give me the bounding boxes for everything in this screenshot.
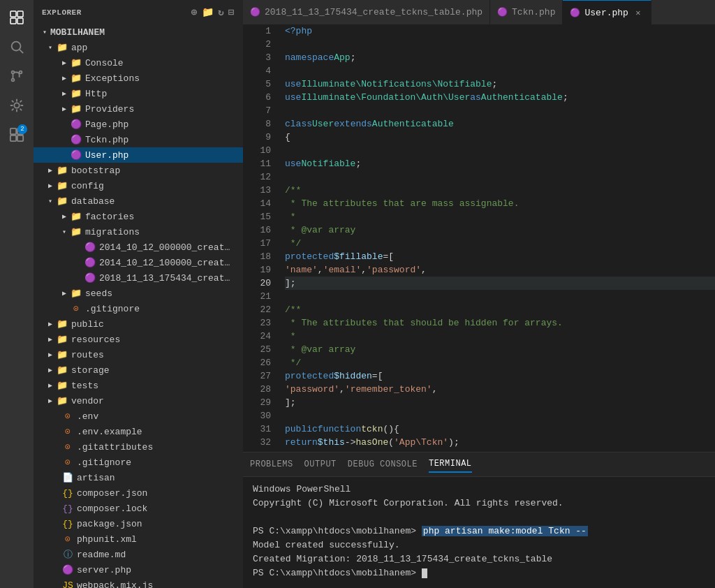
code-line-26: */ xyxy=(285,356,715,369)
code-line-24: * xyxy=(285,330,715,343)
sidebar-item-console[interactable]: ▶ 📁 Console xyxy=(34,55,243,71)
tab-problems[interactable]: PROBLEMS xyxy=(250,457,293,472)
bootstrap-arrow: ▶ xyxy=(45,166,56,175)
sidebar-item-exceptions[interactable]: ▶ 📁 Exceptions xyxy=(34,71,243,86)
new-file-icon[interactable]: ⊕ xyxy=(191,6,198,18)
ln-32: 32 xyxy=(243,436,271,449)
svg-point-7 xyxy=(20,71,22,74)
gitignore-db-icon: ⊙ xyxy=(70,303,82,314)
sidebar-item-seeds[interactable]: ▶ 📁 seeds xyxy=(34,286,243,301)
sidebar-item-gitattributes[interactable]: ▶ ⊙ .gitattributes xyxy=(34,439,243,455)
ln-9: 9 xyxy=(243,131,271,144)
code-content[interactable]: <?php namespace App; use Illuminate\Noti… xyxy=(278,24,715,452)
sidebar-root[interactable]: ▾ MOBILHANEM xyxy=(34,24,243,40)
sidebar-item-user-php[interactable]: ▶ 🟣 User.php xyxy=(34,147,243,163)
env-icon: ⊙ xyxy=(61,411,74,422)
sidebar-item-phpunit-xml[interactable]: ▶ ⊙ phpunit.xml xyxy=(34,531,243,547)
sidebar-item-env[interactable]: ▶ ⊙ .env xyxy=(34,409,243,424)
new-folder-icon[interactable]: 📁 xyxy=(202,6,214,18)
tab-tckn[interactable]: 🟣 Tckn.php xyxy=(490,0,563,24)
tab-user-close[interactable]: ✕ xyxy=(633,7,644,18)
sidebar-item-gitignore-db[interactable]: ▶ ⊙ .gitignore xyxy=(34,301,243,316)
sidebar-item-vendor[interactable]: ▶ 📁 vendor xyxy=(34,393,243,409)
terminal-content[interactable]: Windows PowerShell Copyright (C) Microso… xyxy=(243,477,715,588)
sidebar-item-resources[interactable]: ▶ 📁 resources xyxy=(34,332,243,347)
explorer-icon[interactable] xyxy=(5,6,29,29)
sidebar-item-readme-md[interactable]: ▶ ⓘ readme.md xyxy=(34,547,243,562)
ln-2: 2 xyxy=(243,38,271,51)
svg-rect-0 xyxy=(10,11,16,17)
tckn-php-label: Tckn.php xyxy=(85,135,128,145)
sidebar-item-artisan[interactable]: ▶ 📄 artisan xyxy=(34,470,243,485)
code-line-11: use Notifiable; xyxy=(285,157,715,170)
sidebar-item-migration3[interactable]: ▶ 🟣 2018_11_13_175434_create_tckns_table… xyxy=(34,270,243,286)
database-label: database xyxy=(71,196,115,207)
env-example-label: .env.example xyxy=(77,427,142,437)
code-line-15: * xyxy=(285,210,715,223)
sidebar-item-composer-lock[interactable]: ▶ {} composer.lock xyxy=(34,501,243,516)
sidebar-item-factories[interactable]: ▶ 📁 factories xyxy=(34,209,243,224)
refresh-icon[interactable]: ↻ xyxy=(218,6,224,18)
terminal-area: PROBLEMS OUTPUT DEBUG CONSOLE TERMINAL W… xyxy=(243,452,715,588)
code-line-20: ]; xyxy=(285,277,715,290)
tab-migration[interactable]: 🟣 2018_11_13_175434_create_tckns_table.p… xyxy=(243,0,490,24)
sidebar-item-storage[interactable]: ▶ 📁 storage xyxy=(34,362,243,378)
collapse-icon[interactable]: ⊟ xyxy=(228,6,235,18)
sidebar-item-migration2[interactable]: ▶ 🟣 2014_10_12_100000_create_password_re… xyxy=(34,255,243,270)
webpack-mix-label: webpack.mix.js xyxy=(77,580,153,589)
sidebar-item-package-json[interactable]: ▶ {} package.json xyxy=(34,516,243,531)
tests-arrow: ▶ xyxy=(45,381,56,390)
search-icon[interactable] xyxy=(5,35,29,59)
code-line-17: */ xyxy=(285,237,715,250)
config-icon: 📁 xyxy=(56,180,68,191)
bootstrap-label: bootstrap xyxy=(71,166,120,176)
code-line-16: * @var array xyxy=(285,223,715,237)
sidebar-item-bootstrap[interactable]: ▶ 📁 bootstrap xyxy=(34,163,243,178)
providers-label: Providers xyxy=(85,104,134,115)
svg-point-4 xyxy=(12,42,21,51)
sidebar-header-icons: ⊕ 📁 ↻ ⊟ xyxy=(191,6,235,18)
m3-label: 2018_11_13_175434_create_tckns_table.php xyxy=(99,273,232,284)
ln-11: 11 xyxy=(243,157,271,170)
terminal-line-4: Model created successfully. xyxy=(253,538,705,552)
sidebar-item-http[interactable]: ▶ 📁 Http xyxy=(34,86,243,101)
sidebar-item-database[interactable]: ▾ 📁 database xyxy=(34,193,243,209)
sidebar-item-gitignore-root[interactable]: ▶ ⊙ .gitignore xyxy=(34,455,243,470)
tab-debug-console[interactable]: DEBUG CONSOLE xyxy=(348,457,418,472)
tab-output[interactable]: OUTPUT xyxy=(304,457,337,472)
git-icon[interactable] xyxy=(5,64,29,88)
svg-rect-14 xyxy=(17,135,23,141)
server-php-icon: 🟣 xyxy=(61,564,74,575)
sidebar-item-tests[interactable]: ▶ 📁 tests xyxy=(34,378,243,393)
sidebar-item-public[interactable]: ▶ 📁 public xyxy=(34,316,243,332)
extensions-icon[interactable]: 2 xyxy=(5,123,29,147)
ln-4: 4 xyxy=(243,64,271,78)
sidebar-item-config[interactable]: ▶ 📁 config xyxy=(34,178,243,193)
sidebar-item-page-php[interactable]: ▶ 🟣 Page.php xyxy=(34,117,243,132)
sidebar-item-app[interactable]: ▾ 📁 app xyxy=(34,40,243,55)
tab-user[interactable]: 🟣 User.php ✕ xyxy=(563,0,651,24)
sidebar-item-env-example[interactable]: ▶ ⊙ .env.example xyxy=(34,424,243,439)
bootstrap-icon: 📁 xyxy=(56,165,68,176)
sidebar-item-providers[interactable]: ▶ 📁 Providers xyxy=(34,101,243,117)
sidebar-item-routes[interactable]: ▶ 📁 routes xyxy=(34,347,243,362)
tab-terminal[interactable]: TERMINAL xyxy=(429,456,472,473)
ln-18: 18 xyxy=(243,250,271,263)
gitignore-root-icon: ⊙ xyxy=(61,457,74,468)
composer-lock-icon: {} xyxy=(61,504,74,514)
console-label: Console xyxy=(85,58,124,68)
ln-29: 29 xyxy=(243,396,271,409)
routes-arrow: ▶ xyxy=(45,351,56,359)
sidebar-item-server-php[interactable]: ▶ 🟣 server.php xyxy=(34,562,243,578)
sidebar-item-composer-json[interactable]: ▶ {} composer.json xyxy=(34,485,243,501)
tab-user-icon: 🟣 xyxy=(570,8,580,18)
sidebar-item-tckn-php[interactable]: ▶ 🟣 Tckn.php xyxy=(34,132,243,147)
sidebar-item-migration1[interactable]: ▶ 🟣 2014_10_12_000000_create_users_table… xyxy=(34,240,243,255)
sidebar-item-migrations[interactable]: ▾ 📁 migrations xyxy=(34,224,243,240)
seeds-label: seeds xyxy=(85,288,112,299)
debug-icon[interactable] xyxy=(5,94,29,117)
sidebar-title: EXPLORER xyxy=(42,8,82,17)
code-line-13: /** xyxy=(285,184,715,197)
sidebar-item-webpack-mix[interactable]: ▶ JS webpack.mix.js xyxy=(34,578,243,588)
migrations-arrow: ▾ xyxy=(59,228,70,236)
